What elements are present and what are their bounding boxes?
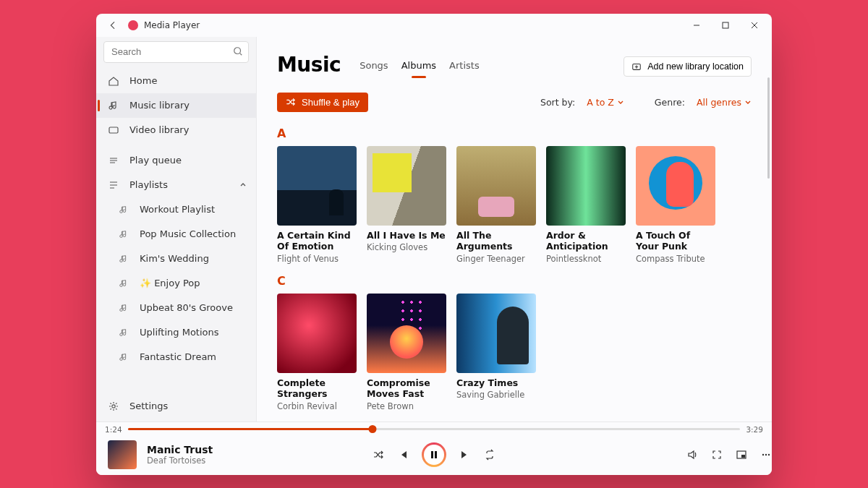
sidebar-item-home[interactable]: Home — [96, 69, 256, 93]
shuffle-icon — [286, 97, 296, 107]
playlist-icon — [118, 278, 129, 289]
album-card[interactable]: Ardor & AnticipationPointlessknot — [546, 146, 626, 264]
svg-point-9 — [762, 454, 764, 455]
chevron-down-icon — [744, 98, 752, 106]
sidebar-item-playlists[interactable]: Playlists — [96, 173, 256, 197]
search-input[interactable] — [103, 41, 249, 63]
scrollbar[interactable] — [767, 77, 770, 179]
album-title: Complete Strangers — [277, 377, 357, 400]
sort-label: Sort by: — [540, 97, 575, 108]
playlist-label: ✨ Enjoy Pop — [140, 278, 200, 288]
sidebar-playlist-item[interactable]: Upbeat 80's Groove — [96, 296, 256, 320]
album-cover — [546, 146, 626, 226]
main-content: Music SongsAlbumsArtists Add new library… — [257, 37, 772, 421]
button-label: Add new library location — [647, 61, 744, 72]
svg-rect-6 — [435, 451, 437, 458]
sort-value: A to Z — [587, 97, 614, 108]
sidebar-item-queue[interactable]: Play queue — [96, 148, 256, 173]
app-icon — [128, 20, 138, 30]
album-artist: Ginger Teenager — [456, 254, 536, 264]
album-card[interactable]: Complete StrangersCorbin Revival — [277, 294, 357, 411]
sidebar-item-label: Settings — [129, 401, 168, 411]
album-title: A Touch Of Your Punk — [636, 230, 715, 252]
genre-dropdown[interactable]: All genres — [697, 97, 752, 108]
minimize-button[interactable] — [682, 14, 711, 37]
sidebar-playlist-item[interactable]: Fantastic Dream — [96, 345, 256, 369]
tab-artists[interactable]: Artists — [449, 60, 480, 75]
svg-rect-8 — [741, 455, 745, 458]
player-bar: 1:24 3:29 Manic Trust Deaf Tortoises — [96, 421, 772, 475]
sidebar-playlist-item[interactable]: Kim's Wedding — [96, 247, 256, 271]
elapsed-time: 1:24 — [105, 425, 122, 434]
now-playing-title: Manic Trust — [147, 444, 213, 455]
volume-button[interactable] — [686, 449, 698, 461]
sidebar-item-settings[interactable]: Settings — [96, 394, 256, 419]
close-button[interactable] — [740, 14, 769, 37]
add-library-location-button[interactable]: Add new library location — [624, 56, 752, 77]
section-letter: C — [277, 274, 752, 288]
shuffle-toggle[interactable] — [373, 449, 384, 461]
playlist-label: Uplifting Motions — [140, 327, 219, 338]
sidebar-item-music[interactable]: Music library — [96, 93, 256, 118]
more-button[interactable] — [760, 449, 772, 461]
album-card[interactable]: A Certain Kind Of EmotionFlight of Venus — [277, 146, 357, 264]
gear-icon — [108, 401, 119, 412]
now-playing-artist: Deaf Tortoises — [147, 455, 213, 466]
titlebar: Media Player — [96, 14, 772, 37]
page-title: Music — [277, 53, 341, 77]
svg-rect-2 — [109, 127, 118, 133]
album-cover — [277, 146, 357, 226]
genre-value: All genres — [697, 97, 741, 108]
sidebar-item-video[interactable]: Video library — [96, 118, 256, 142]
album-cover — [277, 294, 357, 373]
repeat-toggle[interactable] — [484, 449, 495, 461]
app-title: Media Player — [144, 20, 200, 30]
album-title: Compromise Moves Fast — [367, 377, 446, 400]
chevron-down-icon — [617, 98, 624, 106]
sidebar-playlist-item[interactable]: Workout Playlist — [96, 197, 256, 222]
album-cover — [456, 294, 536, 373]
album-artist: Saving Gabrielle — [456, 390, 536, 400]
previous-track-button[interactable] — [397, 449, 409, 461]
sidebar-playlist-item[interactable]: Pop Music Collection — [96, 222, 256, 247]
sidebar-item-label: Music library — [129, 100, 190, 111]
album-artist: Flight of Venus — [277, 254, 357, 264]
playlist-icon — [118, 253, 129, 265]
genre-label: Genre: — [655, 97, 685, 108]
sidebar-playlist-item[interactable]: Uplifting Motions — [96, 320, 256, 345]
maximize-button[interactable] — [711, 14, 740, 37]
album-card[interactable]: A Touch Of Your PunkCompass Tribute — [636, 146, 715, 264]
next-track-button[interactable] — [459, 449, 471, 461]
video-icon — [108, 124, 119, 136]
svg-point-10 — [765, 454, 767, 455]
mini-player-button[interactable] — [736, 449, 747, 461]
now-playing-cover[interactable] — [108, 440, 137, 469]
tab-albums[interactable]: Albums — [401, 60, 436, 75]
album-grid[interactable]: AA Certain Kind Of EmotionFlight of Venu… — [257, 116, 772, 421]
tab-songs[interactable]: Songs — [359, 60, 388, 75]
album-card[interactable]: All I Have Is MeKicking Gloves — [367, 146, 446, 264]
seek-bar[interactable] — [128, 428, 741, 430]
search-icon — [233, 46, 243, 56]
album-title: All The Arguments — [456, 230, 536, 252]
play-pause-button[interactable] — [422, 442, 446, 467]
album-cover — [636, 146, 715, 226]
playlist-icon — [118, 327, 129, 338]
button-label: Shuffle & play — [302, 97, 359, 108]
sort-dropdown[interactable]: A to Z — [587, 97, 624, 108]
back-button[interactable] — [103, 20, 122, 30]
album-artist: Compass Tribute — [636, 254, 715, 264]
fullscreen-button[interactable] — [711, 449, 723, 461]
chevron-up-icon — [239, 181, 247, 189]
album-card[interactable]: Crazy TimesSaving Gabrielle — [456, 294, 536, 411]
shuffle-play-button[interactable]: Shuffle & play — [277, 93, 368, 112]
search-box — [103, 41, 249, 63]
app-window: Media Player Home Music library — [96, 14, 772, 475]
view-tabs: SongsAlbumsArtists — [359, 60, 480, 77]
sidebar-playlist-item[interactable]: ✨ Enjoy Pop — [96, 271, 256, 296]
album-card[interactable]: Compromise Moves FastPete Brown — [367, 294, 446, 411]
album-card[interactable]: All The ArgumentsGinger Teenager — [456, 146, 536, 264]
queue-icon — [108, 155, 119, 166]
folder-plus-icon — [631, 61, 642, 72]
playlist-label: Kim's Wedding — [140, 253, 209, 264]
